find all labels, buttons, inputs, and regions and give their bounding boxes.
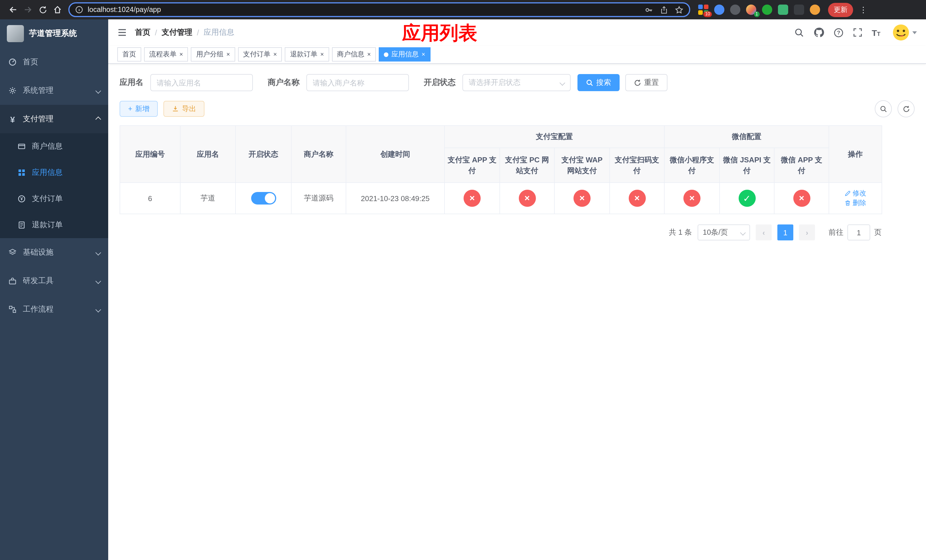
- edit-button[interactable]: 修改: [844, 189, 866, 198]
- reset-button[interactable]: 重置: [625, 74, 667, 91]
- sidebar-item-pay-order[interactable]: 支付订单: [0, 186, 108, 212]
- sidebar-item-label: 退款订单: [32, 220, 63, 230]
- extension-tampermonkey-icon[interactable]: [794, 5, 804, 15]
- page-annotation: 应用列表: [402, 21, 477, 46]
- extension-avatar-icon[interactable]: [810, 5, 820, 15]
- extension-translate-icon[interactable]: 1: [746, 5, 756, 15]
- col-alipay-pc: 支付宝 PC 网站支付: [500, 148, 554, 183]
- sidebar-item-system[interactable]: 系统管理: [0, 76, 108, 105]
- font-size-icon[interactable]: TT: [872, 28, 881, 37]
- address-bar[interactable]: localhost:1024/pay/app: [68, 2, 690, 17]
- reset-button-label: 重置: [644, 77, 659, 88]
- merchant-name-input[interactable]: [306, 74, 409, 91]
- col-wechat-jsapi: 微信 JSAPI 支付: [720, 148, 774, 183]
- bookmark-star-icon[interactable]: [675, 5, 683, 14]
- col-alipay-qr: 支付宝扫码支付: [610, 148, 664, 183]
- tab-close-icon[interactable]: ×: [179, 51, 183, 58]
- pay-status-icon: ×: [573, 190, 590, 207]
- delete-button[interactable]: 删除: [844, 198, 866, 208]
- header-search-icon[interactable]: [794, 28, 804, 37]
- tab-close-icon[interactable]: ×: [273, 51, 277, 58]
- dashboard-icon: [8, 58, 17, 66]
- sidebar-item-payment[interactable]: ¥ 支付管理: [0, 105, 108, 133]
- tab-close-icon[interactable]: ×: [421, 51, 425, 58]
- browser-update-button[interactable]: 更新: [828, 3, 853, 17]
- pay-status-icon: ×: [683, 190, 701, 207]
- sidebar-item-workflow[interactable]: 工作流程: [0, 295, 108, 324]
- status-select-placeholder: 请选择开启状态: [469, 77, 520, 88]
- col-actions: 操作: [829, 126, 882, 183]
- tab-close-icon[interactable]: ×: [226, 51, 230, 58]
- sidebar-item-dev-tools[interactable]: 研发工具: [0, 266, 108, 295]
- tab-pay-order[interactable]: 支付订单 ×: [238, 47, 282, 62]
- app-grid-icon: [17, 169, 26, 177]
- url-text[interactable]: localhost:1024/pay/app: [88, 6, 161, 14]
- logo-avatar: [7, 25, 24, 42]
- sidebar-fold-icon[interactable]: [117, 28, 127, 37]
- top-navbar: 首页 / 支付管理 / 应用信息 应用列表 ? TT: [108, 20, 926, 45]
- col-app-id: 应用编号: [120, 126, 180, 183]
- extension-blue-icon[interactable]: [714, 5, 725, 15]
- chevron-down-icon: [95, 278, 101, 284]
- extension-green-circle-icon[interactable]: [762, 5, 772, 15]
- refresh-icon: [634, 79, 641, 86]
- breadcrumb-payment[interactable]: 支付管理: [162, 27, 192, 38]
- add-button[interactable]: + 新增: [120, 101, 158, 117]
- sidebar-item-app-info[interactable]: 应用信息: [0, 159, 108, 186]
- sidebar-item-refund-order[interactable]: 退款订单: [0, 212, 108, 238]
- user-menu-caret-icon: [912, 31, 917, 34]
- sidebar-item-home[interactable]: 首页: [0, 48, 108, 76]
- export-button[interactable]: 导出: [164, 101, 205, 117]
- group-alipay-config: 支付宝配置: [445, 126, 664, 148]
- help-icon[interactable]: ?: [834, 28, 843, 37]
- tab-close-icon[interactable]: ×: [320, 51, 324, 58]
- refund-order-icon: [17, 221, 26, 229]
- extension-grid-icon[interactable]: 10: [698, 5, 708, 15]
- browser-menu-icon[interactable]: ⋮: [859, 5, 868, 14]
- status-select[interactable]: 请选择开启状态: [462, 74, 570, 91]
- sidebar-item-label: 系统管理: [23, 85, 53, 96]
- table-toolbar: + 新增 导出: [120, 100, 915, 117]
- cell-app-name: 芋道: [180, 183, 236, 214]
- toggle-search-button[interactable]: [875, 100, 892, 117]
- site-info-icon[interactable]: [75, 6, 83, 14]
- search-icon: [879, 105, 887, 112]
- extension-chat-icon[interactable]: [778, 5, 788, 15]
- tab-refund-order[interactable]: 退款订单 ×: [285, 47, 329, 62]
- add-button-label: 新增: [135, 104, 150, 114]
- user-menu[interactable]: [893, 24, 917, 41]
- next-page-button[interactable]: ›: [799, 224, 815, 241]
- fullscreen-icon[interactable]: [853, 28, 862, 37]
- tab-home[interactable]: 首页: [117, 47, 141, 62]
- prev-page-button[interactable]: ‹: [756, 224, 772, 241]
- pay-order-icon: [17, 195, 26, 203]
- breadcrumb-home[interactable]: 首页: [135, 27, 150, 38]
- share-icon[interactable]: [660, 5, 668, 14]
- pay-status-icon: ✓: [738, 190, 755, 207]
- sidebar-item-merchant-info[interactable]: 商户信息: [0, 133, 108, 159]
- app-name-input[interactable]: [150, 74, 253, 91]
- tab-app-info[interactable]: 应用信息 ×: [379, 47, 430, 62]
- password-key-icon[interactable]: [645, 5, 653, 14]
- tab-merchant-info[interactable]: 商户信息 ×: [332, 47, 376, 62]
- status-toggle[interactable]: [251, 192, 276, 204]
- browser-back-icon[interactable]: [6, 2, 21, 17]
- refresh-table-button[interactable]: [897, 100, 915, 117]
- goto-page-input[interactable]: [847, 224, 870, 241]
- tab-close-icon[interactable]: ×: [367, 51, 371, 58]
- page-size-select[interactable]: 10条/页: [698, 224, 750, 241]
- page-number-button[interactable]: 1: [777, 224, 793, 241]
- user-avatar[interactable]: [893, 24, 909, 41]
- col-created: 创建时间: [346, 126, 445, 183]
- browser-forward-icon[interactable]: [21, 2, 35, 17]
- payment-submenu: 商户信息 应用信息 支付订单: [0, 133, 108, 238]
- search-button[interactable]: 搜索: [578, 74, 620, 91]
- tab-user-group[interactable]: 用户分组 ×: [191, 47, 235, 62]
- browser-refresh-icon[interactable]: [35, 2, 50, 17]
- github-icon[interactable]: [814, 27, 824, 38]
- browser-home-icon[interactable]: [50, 2, 65, 17]
- extension-dark-icon[interactable]: [730, 5, 740, 15]
- tab-process-form[interactable]: 流程表单 ×: [144, 47, 188, 62]
- edit-button-label: 修改: [853, 189, 866, 198]
- sidebar-item-infra[interactable]: 基础设施: [0, 238, 108, 266]
